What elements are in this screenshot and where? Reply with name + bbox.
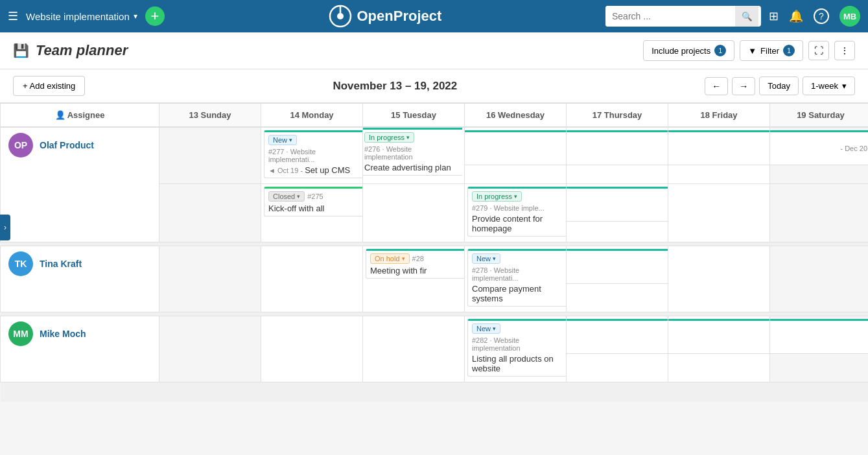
- side-expand-button[interactable]: ›: [0, 215, 10, 240]
- cell-mike-sat[interactable]: [770, 316, 869, 382]
- cell-mike-thu[interactable]: [567, 316, 668, 382]
- include-projects-label: Include projects: [651, 46, 710, 56]
- status-badge[interactable]: In progress ▾: [472, 191, 522, 202]
- task-card[interactable]: Closed ▾ #275 Kick-off with all: [264, 187, 363, 216]
- assignee-name-tina: Tina Kraft: [40, 259, 82, 269]
- task-card[interactable]: New ▾ #278 · Website implementati... Com…: [467, 249, 567, 307]
- bell-icon[interactable]: 🔔: [789, 9, 803, 23]
- cell-mike-wed[interactable]: New ▾ #282 · Website implementation List…: [465, 316, 567, 382]
- task-card[interactable]: New ▾ #282 · Website implementation List…: [467, 319, 567, 377]
- assignee-name-mike: Mike Moch: [40, 329, 86, 339]
- search-button[interactable]: 🔍: [735, 6, 758, 27]
- grid-icon[interactable]: ⊞: [769, 9, 779, 23]
- prev-week-button[interactable]: ←: [705, 77, 728, 95]
- cell-olaf-thu-1[interactable]: [567, 127, 668, 184]
- filter-button[interactable]: ▼ Filter 1: [740, 40, 803, 61]
- cell-mike-fri[interactable]: [668, 316, 770, 382]
- fullscreen-button[interactable]: ⛶: [808, 41, 829, 60]
- task-title: Meeting with fir: [370, 266, 461, 275]
- day-header-wed: 16 Wednesday: [465, 104, 567, 128]
- hamburger-icon[interactable]: ☰: [8, 9, 18, 23]
- user-avatar[interactable]: MB: [839, 6, 860, 27]
- cell-mike-tue[interactable]: [363, 316, 465, 382]
- table-row: TK Tina Kraft On hold ▾ #28 Meeting w: [1, 246, 869, 312]
- cell-olaf-mon-1[interactable]: New ▾ #277 · Website implementati... ◄ O…: [261, 127, 363, 184]
- task-continuation: [567, 187, 668, 222]
- navbar: ☰ Website implementation ▾ + OpenProject…: [0, 0, 868, 32]
- task-ref: #28: [412, 255, 424, 262]
- status-badge[interactable]: New ▾: [472, 253, 500, 264]
- cell-tina-fri[interactable]: [668, 246, 770, 312]
- cell-tina-thu[interactable]: [567, 246, 668, 312]
- cell-olaf-fri-1[interactable]: [668, 127, 770, 184]
- navbar-icons: ⊞ 🔔 ? MB: [769, 6, 860, 27]
- task-title: Kick-off with all: [268, 204, 359, 213]
- task-card[interactable]: In progress ▾ #279 · Website imple... Pr…: [467, 187, 567, 237]
- day-header-thu: 17 Thursday: [567, 104, 668, 128]
- cell-olaf-fri-2[interactable]: [668, 184, 770, 242]
- cell-olaf-sun-2[interactable]: [159, 184, 261, 242]
- page-title-area: 💾 Team planner: [13, 42, 128, 59]
- status-dropdown-icon: ▾: [297, 193, 300, 200]
- cell-olaf-tue-2[interactable]: [363, 184, 465, 242]
- status-badge[interactable]: New ▾: [472, 323, 500, 334]
- task-title: Listing all products on website: [472, 354, 563, 373]
- cell-tina-mon[interactable]: [261, 246, 363, 312]
- status-badge[interactable]: Closed ▾: [268, 191, 305, 202]
- week-select-button[interactable]: 1-week ▾: [803, 76, 855, 95]
- toolbar: + Add existing November 13 – 19, 2022 ← …: [0, 69, 868, 103]
- day-header-sun: 13 Sunday: [159, 104, 261, 128]
- week-label: 1-week: [811, 81, 838, 91]
- cell-tina-sun[interactable]: [159, 246, 261, 312]
- cell-olaf-sat-2[interactable]: [770, 184, 869, 242]
- cell-olaf-mon-2[interactable]: Closed ▾ #275 Kick-off with all: [261, 184, 363, 242]
- project-chevron-icon: ▾: [134, 12, 137, 21]
- help-icon[interactable]: ?: [814, 8, 829, 24]
- status-badge[interactable]: In progress ▾: [364, 132, 414, 143]
- filter-icon: ▼: [748, 46, 757, 56]
- project-selector[interactable]: Website implementation ▾: [26, 11, 137, 22]
- row-separator: [1, 382, 869, 402]
- task-title: Create advertising plan: [364, 163, 458, 172]
- status-dropdown-icon: ▾: [402, 255, 405, 262]
- more-options-button[interactable]: ⋮: [834, 41, 855, 60]
- logo-icon: [329, 5, 352, 28]
- table-row: MM Mike Moch New ▾ #282 · Website implem…: [1, 316, 869, 382]
- status-badge[interactable]: New ▾: [268, 135, 297, 145]
- cell-mike-sun[interactable]: [159, 316, 261, 382]
- search-input[interactable]: [605, 6, 735, 27]
- cell-olaf-wed-2[interactable]: In progress ▾ #279 · Website imple... Pr…: [465, 184, 567, 242]
- task-ref: #276 · Website implementation: [364, 145, 458, 161]
- task-continuation: [567, 319, 668, 354]
- task-ref: #278 · Website implementati...: [472, 266, 563, 282]
- day-header-tue: 15 Tuesday: [363, 104, 465, 128]
- task-card[interactable]: In progress ▾ #276 · Website implementat…: [363, 128, 463, 176]
- task-date-prefix: ◄ Oct 19 -: [268, 167, 305, 174]
- cell-olaf-thu-2[interactable]: [567, 184, 668, 242]
- cell-olaf-tue-1[interactable]: In progress ▾ #276 · Website implementat…: [363, 127, 465, 184]
- cell-olaf-wed-1[interactable]: [465, 127, 567, 184]
- page-title: Team planner: [36, 42, 128, 59]
- search-box: 🔍: [605, 6, 761, 27]
- day-header-sat: 19 Saturday: [770, 104, 869, 128]
- task-continuation: [567, 130, 668, 165]
- add-existing-label: + Add existing: [23, 81, 75, 91]
- today-button[interactable]: Today: [759, 76, 799, 95]
- cell-mike-mon[interactable]: [261, 316, 363, 382]
- status-dropdown-icon: ▾: [406, 134, 410, 141]
- add-existing-button[interactable]: + Add existing: [13, 76, 85, 96]
- filter-badge: 1: [783, 45, 795, 56]
- cell-olaf-sat-1[interactable]: - Dec 20: [770, 127, 869, 184]
- add-button[interactable]: +: [145, 6, 165, 26]
- planner-grid: 👤 Assignee 13 Sunday 14 Monday 15 Tuesda…: [0, 103, 868, 402]
- next-week-button[interactable]: →: [732, 77, 755, 95]
- cell-tina-wed[interactable]: New ▾ #278 · Website implementati... Com…: [465, 246, 567, 312]
- cell-tina-tue[interactable]: On hold ▾ #28 Meeting with fir: [363, 246, 465, 312]
- include-projects-button[interactable]: Include projects 1: [643, 40, 734, 61]
- cell-tina-sat[interactable]: [770, 246, 869, 312]
- status-badge[interactable]: On hold ▾: [370, 253, 410, 264]
- save-icon[interactable]: 💾: [13, 43, 29, 58]
- task-card[interactable]: New ▾ #277 · Website implementati... ◄ O…: [264, 130, 363, 178]
- cell-olaf-sun-1[interactable]: [159, 127, 261, 184]
- task-card[interactable]: On hold ▾ #28 Meeting with fir: [366, 249, 465, 279]
